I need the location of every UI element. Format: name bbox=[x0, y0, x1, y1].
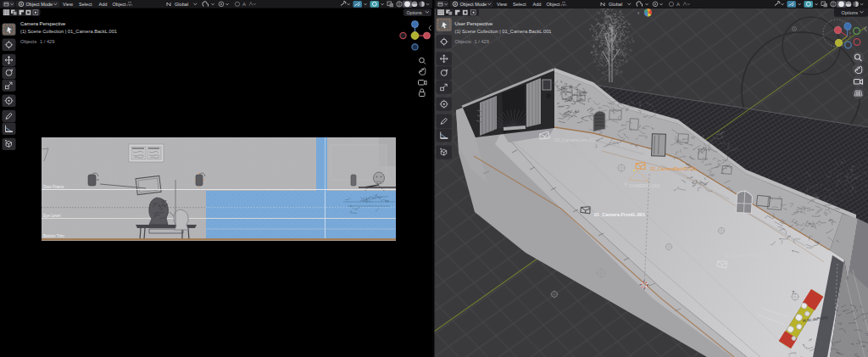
svg-text:Camera Perspective: Camera Perspective bbox=[20, 21, 66, 26]
svg-text:Add: Add bbox=[99, 2, 108, 7]
svg-text:03_Camera.Left.001: 03_Camera.Left.001 bbox=[554, 137, 596, 142]
svg-text:A: A bbox=[242, 2, 246, 7]
svg-text:Object: Object bbox=[547, 2, 561, 7]
svg-text:A: A bbox=[676, 2, 680, 7]
svg-text:›: › bbox=[637, 10, 639, 16]
svg-text:Add: Add bbox=[533, 2, 542, 7]
svg-text:7.: 7. bbox=[792, 290, 796, 295]
svg-text:1 / 429: 1 / 429 bbox=[40, 39, 54, 44]
svg-text:CAMERAs.001: CAMERAs.001 bbox=[629, 183, 659, 188]
svg-text:Objects: Objects bbox=[455, 39, 471, 44]
svg-text:Objects: Objects bbox=[20, 39, 36, 44]
svg-text:01_Camera.FrontL.001: 01_Camera.FrontL.001 bbox=[594, 212, 645, 217]
svg-text:06_Camera.Right.001: 06_Camera.Right.001 bbox=[724, 253, 767, 258]
svg-text:(1) Scene Collection | 01_Came: (1) Scene Collection | 01_Camera.BackL.0… bbox=[455, 29, 552, 34]
svg-text:Object: Object bbox=[113, 2, 127, 7]
svg-text:(1) Scene Collection | 01_Came: (1) Scene Collection | 01_Camera.BackL.0… bbox=[20, 29, 117, 34]
svg-text:Global: Global bbox=[609, 2, 622, 7]
svg-text:Options: Options bbox=[407, 10, 423, 15]
svg-text:Eye Level: Eye Level bbox=[43, 214, 60, 218]
svg-text:View: View bbox=[497, 2, 508, 7]
svg-text:User Perspective: User Perspective bbox=[455, 21, 494, 26]
svg-text:Object Mode: Object Mode bbox=[460, 2, 487, 7]
svg-text:Door Frame: Door Frame bbox=[43, 185, 64, 189]
svg-text:Object Mode: Object Mode bbox=[26, 2, 53, 7]
svg-text:Select: Select bbox=[79, 2, 92, 7]
svg-text:02_CameraBackR.001: 02_CameraBackR.001 bbox=[650, 166, 697, 171]
svg-text:View: View bbox=[63, 2, 74, 7]
svg-text:Bottom Trim: Bottom Trim bbox=[43, 234, 64, 238]
svg-text:Global: Global bbox=[175, 2, 188, 7]
svg-text:Select: Select bbox=[513, 2, 526, 7]
svg-text:1 / 429: 1 / 429 bbox=[475, 39, 489, 44]
svg-text:Options: Options bbox=[842, 10, 859, 15]
